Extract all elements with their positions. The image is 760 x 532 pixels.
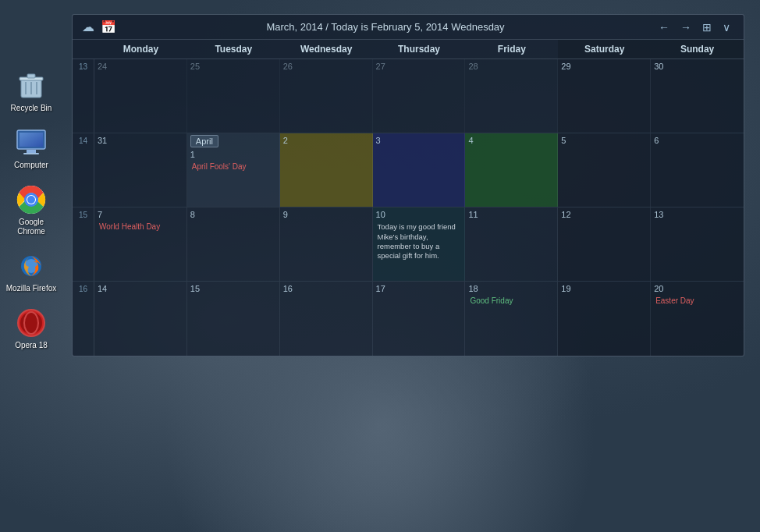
cloud-icon[interactable]: ☁ (82, 20, 94, 34)
cell-mar28[interactable]: 28 (465, 59, 558, 133)
close-button[interactable]: ∨ (719, 20, 734, 34)
cell-apr9[interactable]: 9 (280, 207, 373, 281)
opera-label: Opera 18 (15, 341, 48, 350)
date-apr13: 13 (654, 210, 740, 220)
date-mar24: 24 (98, 62, 183, 72)
header-left-icons: ☁ 📅 (82, 20, 116, 34)
event-april-fools: April Fools' Day (190, 161, 276, 172)
event-easter-day: Easter Day (654, 296, 740, 306)
date-mar27: 27 (376, 62, 462, 72)
forward-button[interactable]: → (677, 20, 695, 34)
cell-apr2[interactable]: 2 (280, 133, 373, 207)
cell-mar31[interactable]: 31 (94, 133, 187, 207)
event-world-health: World Health Day (98, 222, 183, 232)
date-apr15: 15 (190, 284, 276, 294)
firefox-image (16, 250, 47, 282)
week-number-13: 13 (73, 59, 94, 133)
day-header-sunday: Sunday (651, 40, 744, 59)
cell-apr5[interactable]: 5 (558, 133, 651, 207)
event-good-friday: Good Friday (468, 296, 554, 306)
firefox-icon[interactable]: Mozilla Firefox (4, 250, 59, 293)
computer-label: Computer (14, 161, 48, 170)
minimize-button[interactable]: ⊞ (698, 20, 716, 34)
date-mar25: 25 (190, 62, 276, 72)
calendar-week-14: 14 31 April 1 April Fools' Day 2 3 4 5 (73, 133, 744, 207)
date-apr12: 12 (561, 210, 647, 220)
recycle-bin-label: Recycle Bin (11, 104, 52, 113)
cell-mar24[interactable]: 24 (94, 59, 187, 133)
cell-apr20[interactable]: 20 Easter Day (651, 282, 744, 356)
chrome-label: Google Chrome (4, 218, 59, 236)
cell-apr17[interactable]: 17 (373, 282, 466, 356)
cell-mar26[interactable]: 26 (280, 59, 373, 133)
date-mar28: 28 (468, 62, 554, 72)
cell-mar27[interactable]: 27 (373, 59, 466, 133)
date-apr7: 7 (98, 210, 183, 220)
cell-apr14[interactable]: 14 (94, 282, 187, 356)
opera-image (16, 307, 47, 339)
date-apr4: 4 (468, 136, 554, 146)
opera-icon[interactable]: Opera 18 (4, 307, 59, 350)
date-apr8: 8 (190, 210, 276, 220)
cell-apr4[interactable]: 4 (465, 133, 558, 207)
cell-apr19[interactable]: 19 (558, 282, 651, 356)
april-month-label: April (190, 135, 218, 147)
cell-mar25[interactable]: 25 (187, 59, 280, 133)
calendar-widget: ☁ 📅 March, 2014 / Today is February 5, 2… (72, 14, 744, 356)
back-button[interactable]: ← (655, 20, 673, 34)
day-header-wednesday: Wednesday (280, 40, 373, 59)
date-mar31: 31 (98, 136, 183, 146)
week-number-15: 15 (73, 207, 94, 281)
calendar-week-16: 16 14 15 16 17 18 Good Friday 19 20 E (73, 282, 744, 356)
cell-apr1[interactable]: April 1 April Fools' Day (187, 133, 280, 207)
date-apr6: 6 (654, 136, 740, 146)
date-apr11: 11 (468, 210, 554, 220)
cell-apr11[interactable]: 11 (465, 207, 558, 281)
week-number-16: 16 (73, 282, 94, 356)
date-mar26: 26 (283, 62, 369, 72)
calendar-grid: 13 24 25 26 27 28 29 30 (73, 59, 744, 356)
cell-mar30[interactable]: 30 (651, 59, 744, 133)
cell-apr16[interactable]: 16 (280, 282, 373, 356)
date-mar30: 30 (654, 62, 740, 72)
week-number-14: 14 (73, 133, 94, 207)
date-apr1: 1 (190, 150, 276, 160)
svg-point-14 (27, 196, 35, 204)
cell-apr6[interactable]: 6 (651, 133, 744, 207)
firefox-label: Mozilla Firefox (6, 284, 56, 293)
day-header-thursday: Thursday (373, 40, 466, 59)
cell-apr12[interactable]: 12 (558, 207, 651, 281)
svg-rect-2 (27, 74, 35, 78)
computer-image (16, 127, 47, 158)
week-num-column-header (73, 40, 94, 59)
calendar-week-13: 13 24 25 26 27 28 29 30 (73, 59, 744, 133)
cell-apr3[interactable]: 3 (373, 133, 466, 207)
cell-apr10[interactable]: 10 Today is my good friend Mike's birthd… (373, 207, 466, 281)
date-apr20: 20 (654, 284, 740, 294)
cell-apr13[interactable]: 13 (651, 207, 744, 281)
desktop-icons-area: Recycle Bin Computer (0, 0, 62, 532)
calendar-header: ☁ 📅 March, 2014 / Today is February 5, 2… (73, 15, 744, 40)
date-apr3: 3 (376, 136, 462, 146)
date-apr19: 19 (561, 284, 647, 294)
date-apr16: 16 (283, 284, 369, 294)
chrome-image (16, 184, 47, 215)
calendar-week-15: 15 7 World Health Day 8 9 10 Today is my… (73, 207, 744, 282)
calendar-icon[interactable]: 📅 (101, 20, 116, 34)
nav-buttons: ← → ⊞ ∨ (655, 20, 734, 34)
cell-mar29[interactable]: 29 (558, 59, 651, 133)
calendar-title: March, 2014 / Today is February 5, 2014 … (116, 21, 655, 33)
computer-icon[interactable]: Computer (4, 127, 59, 170)
day-headers: Monday Tuesday Wednesday Thursday Friday… (73, 40, 744, 59)
day-header-tuesday: Tuesday (187, 40, 280, 59)
recycle-bin-image (16, 70, 47, 101)
recycle-bin-icon[interactable]: Recycle Bin (4, 70, 59, 113)
chrome-icon[interactable]: Google Chrome (4, 184, 59, 236)
day-header-friday: Friday (465, 40, 558, 59)
day-header-saturday: Saturday (558, 40, 651, 59)
date-apr2: 2 (283, 136, 369, 146)
cell-apr15[interactable]: 15 (187, 282, 280, 356)
cell-apr18[interactable]: 18 Good Friday (465, 282, 558, 356)
cell-apr7[interactable]: 7 World Health Day (94, 207, 187, 281)
cell-apr8[interactable]: 8 (187, 207, 280, 281)
